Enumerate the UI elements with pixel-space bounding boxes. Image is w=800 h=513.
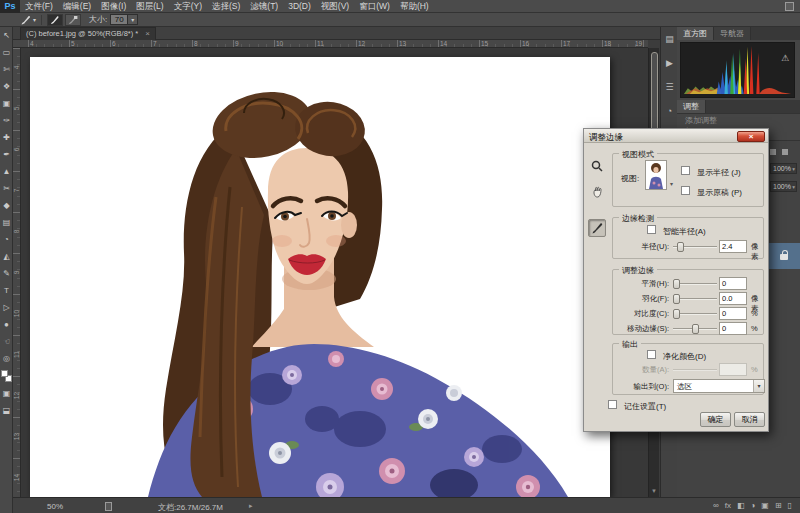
shape-tool[interactable]: ● [0,316,13,333]
tool-preset-icon[interactable]: ▾ [20,14,36,26]
decontaminate-checkbox[interactable] [647,350,656,359]
smooth-slider[interactable] [673,279,717,289]
chevron-down-icon[interactable]: ▾ [753,380,764,392]
new-layer-icon[interactable]: ⊞ [775,501,782,510]
gradient-tool[interactable]: ▤ [0,214,13,231]
show-radius-checkbox[interactable] [681,166,690,175]
refine-radius-tool-button[interactable] [47,14,63,26]
ok-button[interactable]: 确定 [700,412,731,427]
quick-mask-button[interactable]: ▣ [0,385,13,402]
feather-slider[interactable] [673,294,717,304]
warning-icon[interactable]: ⚠ [781,53,789,63]
menu-help[interactable]: 帮助(H) [395,0,434,13]
smart-radius-checkbox[interactable] [647,225,656,234]
close-icon[interactable]: × [145,29,150,38]
properties-panel-icon[interactable]: ☰ [661,75,678,99]
layer-opacity-field[interactable]: 100% ▾ [770,163,797,174]
history-panel-icon[interactable]: ▤ [661,27,678,51]
menu-image[interactable]: 图像(I) [96,0,131,13]
output-to-select[interactable]: 选区 ▾ [673,379,765,393]
smooth-input[interactable]: 0 [719,277,747,290]
move-tool[interactable]: ↖ [0,27,13,44]
zoom-level-field[interactable]: 50% [47,502,63,511]
actions-panel-icon[interactable]: ▶ [661,51,678,75]
eraser-tool[interactable]: ◆ [0,197,13,214]
screen-mode-button[interactable]: ⬓ [0,402,13,419]
radius-slider[interactable] [673,242,717,252]
erase-refinements-tool-button[interactable] [65,14,81,26]
dialog-refine-radius-tool[interactable] [588,219,606,237]
marquee-tool[interactable]: ▭ [0,44,13,61]
layer-fill-field[interactable]: 100% ▾ [770,181,797,192]
menu-layer[interactable]: 图层(L) [131,0,168,13]
menu-select[interactable]: 选择(S) [207,0,245,13]
scroll-down-icon[interactable]: ▼ [651,488,657,494]
contrast-slider[interactable] [673,309,717,319]
view-thumbnail[interactable] [645,160,667,190]
cancel-button[interactable]: 取消 [734,412,765,427]
quick-select-tool[interactable]: ❖ [0,78,13,95]
slider-knob[interactable] [677,242,684,252]
lock-icon[interactable] [770,149,776,155]
brush-size-input[interactable]: 70 [110,14,128,25]
tab-navigator[interactable]: 导航器 [714,27,751,40]
menu-window[interactable]: 窗口(W) [354,0,395,13]
status-menu-icon[interactable]: ▸ [249,502,253,510]
dodge-tool[interactable]: ◭ [0,248,13,265]
close-button[interactable]: × [737,131,765,142]
dialog-zoom-tool[interactable] [588,157,606,175]
document-tab-title: (C) before1.jpg @ 50%(RGB/8*) * [26,29,138,38]
adjustment-layer-icon[interactable]: ◑ [750,501,755,510]
lock-all-icon[interactable] [782,149,788,155]
path-select-tool[interactable]: ▷ [0,299,13,316]
brush-tool[interactable]: ✒ [0,146,13,163]
hand-tool[interactable]: ☜ [0,333,13,350]
type-tool[interactable]: T [0,282,13,299]
radius-input[interactable]: 2.4 [719,240,747,253]
history-brush-tool[interactable]: ✂ [0,180,13,197]
foreground-color-swatch[interactable] [1,370,8,377]
menu-type[interactable]: 文字(Y) [169,0,207,13]
clock-icon[interactable]: ◔ [661,99,678,123]
slider-knob[interactable] [673,279,680,289]
slider-knob[interactable] [692,324,699,334]
lasso-tool[interactable]: ✄ [0,61,13,78]
layer-effects-icon[interactable]: fx [725,501,731,510]
eyedropper-tool[interactable]: ✑ [0,112,13,129]
document-tab[interactable]: (C) before1.jpg @ 50%(RGB/8*) * × [20,27,156,40]
contrast-input[interactable]: 0 [719,307,747,320]
slider-knob[interactable] [673,309,680,319]
dialog-title-bar[interactable]: 调整边缘 × [584,129,768,143]
feather-input[interactable]: 0.0 [719,292,747,305]
link-layers-icon[interactable]: ∞ [713,501,719,510]
show-original-checkbox[interactable] [681,186,690,195]
shift-edge-input[interactable]: 0 [719,322,747,335]
workspace-icon[interactable] [785,2,794,11]
ruler-number: 12 [358,40,370,47]
dialog-hand-tool[interactable] [588,183,606,201]
crop-tool[interactable]: ▣ [0,95,13,112]
slider-knob[interactable] [673,294,680,304]
layer-group-icon[interactable]: ▣ [761,501,769,510]
shift-edge-slider[interactable] [673,324,717,334]
menu-file[interactable]: 文件(F) [20,0,58,13]
brush-size-dropdown[interactable]: ▾ [128,14,138,25]
layer-mask-icon[interactable]: ◧ [737,501,745,510]
menu-edit[interactable]: 编辑(E) [58,0,96,13]
menu-3d[interactable]: 3D(D) [283,0,316,13]
tab-adjustments[interactable]: 调整 [677,100,706,113]
tab-histogram[interactable]: 直方图 [677,27,714,40]
delete-layer-icon[interactable]: ▯ [788,501,792,510]
remember-settings-checkbox[interactable] [608,400,617,409]
document-image[interactable] [30,57,610,497]
healing-brush-tool[interactable]: ✚ [0,129,13,146]
zoom-tool[interactable]: ◎ [0,350,13,367]
pen-tool[interactable]: ✎ [0,265,13,282]
canvas-area[interactable] [21,48,648,497]
chevron-down-icon[interactable]: ▾ [670,180,673,187]
menu-filter[interactable]: 滤镜(T) [245,0,283,13]
clone-stamp-tool[interactable]: ▲ [0,163,13,180]
menu-view[interactable]: 视图(V) [316,0,354,13]
blur-tool[interactable]: ◔ [0,231,13,248]
color-swatches[interactable] [0,369,13,385]
